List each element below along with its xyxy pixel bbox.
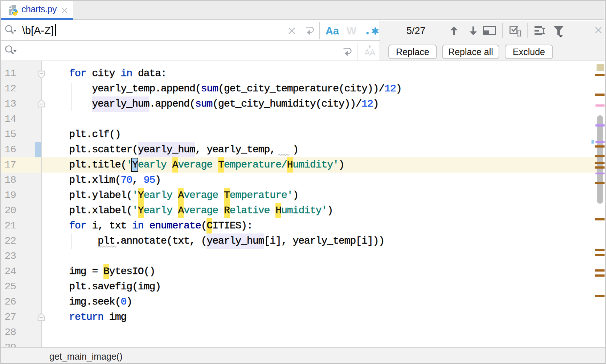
svg-text:A: A: [365, 48, 370, 56]
svg-text:A: A: [370, 48, 376, 56]
